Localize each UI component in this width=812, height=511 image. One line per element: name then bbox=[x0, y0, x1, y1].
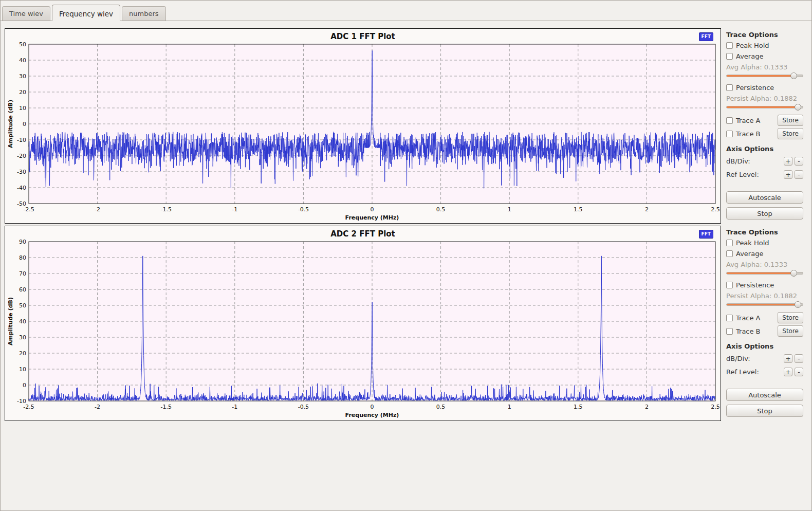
persistence-row[interactable]: Persistence bbox=[726, 281, 803, 289]
persist-alpha-slider[interactable] bbox=[726, 103, 803, 111]
persist-alpha-slider-track[interactable] bbox=[726, 303, 803, 306]
adc2-fft-badge[interactable]: FFT bbox=[699, 230, 713, 239]
adc2-plot-title: ADC 2 FFT Plot bbox=[5, 229, 721, 239]
trace-b-check-row[interactable]: Trace B bbox=[726, 130, 761, 138]
peak-hold-row[interactable]: Peak Hold bbox=[726, 42, 803, 49]
avg-alpha-slider-thumb[interactable] bbox=[790, 72, 797, 79]
adc2-row: ADC 2 FFT Plot FFT -2.5-2-1.5-1-0.500.51… bbox=[5, 226, 807, 421]
svg-text:-2: -2 bbox=[95, 206, 100, 213]
trace-a-check-row[interactable]: Trace A bbox=[726, 314, 761, 322]
adc2-fft-chart[interactable]: -2.5-2-1.5-1-0.500.511.522.5-10010203040… bbox=[6, 239, 719, 419]
trace-a-checkbox[interactable] bbox=[726, 315, 733, 321]
persist-alpha-label: Persist Alpha: 0.1882 bbox=[726, 292, 803, 300]
svg-text:-1.5: -1.5 bbox=[160, 206, 171, 213]
avg-alpha-slider-fill bbox=[727, 272, 793, 274]
stop-button[interactable]: Stop bbox=[726, 405, 803, 417]
svg-text:1.5: 1.5 bbox=[574, 206, 583, 213]
svg-text:-0.5: -0.5 bbox=[298, 206, 309, 213]
svg-text:Amplitude (dB): Amplitude (dB) bbox=[7, 297, 14, 345]
persistence-row[interactable]: Persistence bbox=[726, 84, 803, 92]
persist-alpha-slider-track[interactable] bbox=[726, 106, 803, 108]
persistence-checkbox[interactable] bbox=[726, 84, 733, 91]
average-label: Average bbox=[736, 52, 763, 60]
svg-text:70: 70 bbox=[19, 270, 26, 277]
average-row[interactable]: Average bbox=[726, 52, 803, 60]
svg-text:-10: -10 bbox=[17, 398, 26, 405]
peak-hold-checkbox[interactable] bbox=[726, 42, 733, 49]
svg-text:30: 30 bbox=[19, 73, 26, 80]
db-div-plus-button[interactable]: + bbox=[784, 354, 792, 363]
trace-options-title: Trace Options bbox=[726, 31, 803, 39]
trace-b-store-button[interactable]: Store bbox=[778, 128, 803, 139]
ref-level-plus-button[interactable]: + bbox=[784, 368, 792, 376]
trace-b-check-row[interactable]: Trace B bbox=[726, 327, 761, 335]
peak-hold-checkbox[interactable] bbox=[726, 240, 733, 246]
adc1-fft-chart[interactable]: -2.5-2-1.5-1-0.500.511.522.5-50-40-30-20… bbox=[6, 41, 719, 222]
persist-alpha-slider[interactable] bbox=[726, 301, 803, 308]
average-checkbox[interactable] bbox=[726, 53, 733, 60]
adc1-plot-canvas[interactable]: -2.5-2-1.5-1-0.500.511.522.5-50-40-30-20… bbox=[6, 41, 719, 222]
avg-alpha-slider[interactable] bbox=[726, 269, 803, 277]
svg-text:2.5: 2.5 bbox=[711, 404, 719, 410]
svg-text:-0.5: -0.5 bbox=[298, 404, 309, 410]
svg-text:-30: -30 bbox=[17, 169, 26, 175]
autoscale-button[interactable]: Autoscale bbox=[726, 389, 803, 401]
svg-text:-20: -20 bbox=[17, 153, 26, 159]
svg-text:30: 30 bbox=[19, 334, 26, 341]
svg-text:-10: -10 bbox=[17, 137, 26, 143]
tab-frequency-view[interactable]: Frequency wiev bbox=[52, 5, 120, 21]
trace-b-store-button[interactable]: Store bbox=[778, 325, 803, 337]
persist-alpha-label: Persist Alpha: 0.1882 bbox=[726, 95, 803, 102]
axis-options-title: Axis Options bbox=[726, 342, 803, 350]
ref-level-minus-button[interactable]: - bbox=[795, 170, 803, 179]
svg-text:2: 2 bbox=[645, 404, 649, 410]
trace-a-checkbox[interactable] bbox=[726, 117, 733, 124]
trace-b-label: Trace B bbox=[736, 130, 761, 138]
adc2-plot-canvas[interactable]: -2.5-2-1.5-1-0.500.511.522.5-10010203040… bbox=[6, 239, 719, 419]
tab-numbers[interactable]: numbers bbox=[122, 6, 166, 21]
trace-a-row: Trace A Store bbox=[726, 312, 803, 323]
adc2-plot-frame: ADC 2 FFT Plot FFT -2.5-2-1.5-1-0.500.51… bbox=[5, 226, 721, 421]
svg-text:Amplitude (dB): Amplitude (dB) bbox=[7, 100, 14, 148]
peak-hold-label: Peak Hold bbox=[736, 42, 769, 49]
svg-text:1: 1 bbox=[508, 404, 511, 410]
svg-text:0: 0 bbox=[23, 382, 26, 389]
db-div-row: dB/Div: + - bbox=[726, 157, 803, 166]
ref-level-plus-button[interactable]: + bbox=[784, 170, 792, 179]
db-div-label: dB/Div: bbox=[726, 157, 782, 165]
stop-button[interactable]: Stop bbox=[726, 207, 803, 220]
trace-b-checkbox[interactable] bbox=[726, 131, 733, 137]
average-row[interactable]: Average bbox=[726, 250, 803, 258]
trace-a-check-row[interactable]: Trace A bbox=[726, 117, 761, 124]
svg-text:20: 20 bbox=[19, 89, 26, 96]
persist-alpha-slider-thumb[interactable] bbox=[795, 104, 801, 111]
frequency-view-page: ADC 1 FFT Plot FFT -2.5-2-1.5-1-0.500.51… bbox=[1, 21, 811, 421]
autoscale-button[interactable]: Autoscale bbox=[726, 191, 803, 204]
trace-a-store-button[interactable]: Store bbox=[778, 115, 803, 126]
persistence-checkbox[interactable] bbox=[726, 282, 733, 288]
average-checkbox[interactable] bbox=[726, 250, 733, 257]
trace-b-checkbox[interactable] bbox=[726, 328, 733, 335]
persist-alpha-slider-thumb[interactable] bbox=[795, 301, 801, 308]
ref-level-minus-button[interactable]: - bbox=[795, 368, 803, 376]
svg-text:1: 1 bbox=[508, 206, 511, 213]
svg-text:-1.5: -1.5 bbox=[160, 404, 171, 410]
peak-hold-label: Peak Hold bbox=[736, 239, 769, 247]
db-div-plus-button[interactable]: + bbox=[784, 157, 792, 166]
trace-a-label: Trace A bbox=[736, 117, 761, 124]
adc1-fft-badge[interactable]: FFT bbox=[699, 32, 713, 41]
avg-alpha-slider[interactable] bbox=[726, 72, 803, 80]
ref-level-row: Ref Level: + - bbox=[726, 368, 803, 376]
svg-text:Frequency (MHz): Frequency (MHz) bbox=[345, 412, 399, 418]
trace-a-store-button[interactable]: Store bbox=[778, 312, 803, 323]
trace-b-row: Trace B Store bbox=[726, 325, 803, 337]
avg-alpha-slider-thumb[interactable] bbox=[790, 270, 797, 277]
svg-text:1.5: 1.5 bbox=[574, 404, 583, 410]
svg-text:Frequency (MHz): Frequency (MHz) bbox=[345, 214, 399, 221]
peak-hold-row[interactable]: Peak Hold bbox=[726, 239, 803, 247]
db-div-minus-button[interactable]: - bbox=[795, 157, 803, 166]
svg-text:90: 90 bbox=[19, 239, 26, 245]
db-div-minus-button[interactable]: - bbox=[795, 354, 803, 363]
svg-text:-50: -50 bbox=[17, 200, 26, 207]
tab-time-view[interactable]: Time wiev bbox=[2, 6, 50, 21]
